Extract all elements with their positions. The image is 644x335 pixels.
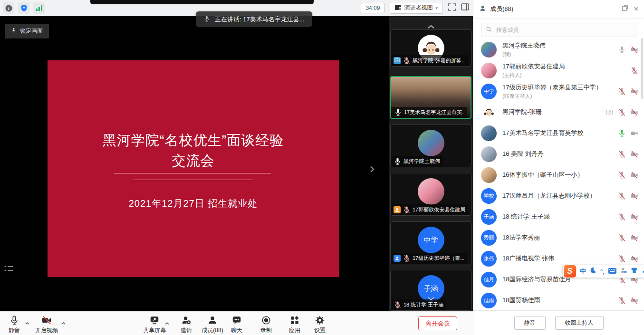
member-search-input[interactable] (495, 26, 632, 34)
avatar: 子涵 (481, 209, 497, 225)
svg-text:10: 10 (625, 271, 626, 273)
meeting-timer: 34:09 (361, 3, 384, 13)
shared-screen-top-strip (90, 0, 314, 4)
member-name: 16 美院 刘丹丹 (502, 150, 618, 158)
participant-name: 17郭丽欣依安县住建局 (413, 206, 465, 213)
skin-shirt-icon[interactable] (631, 267, 638, 276)
bottom-toolbar: 静音 开启视频 共享屏幕 邀请 成员(88) 聊天 录制 (0, 311, 473, 335)
video-thumbnail[interactable]: 黑河学院-张珊的屏幕... (390, 29, 471, 67)
meeting-info-icon[interactable]: i (3, 2, 14, 14)
member-row[interactable]: 16 美院 刘丹丹 (473, 144, 644, 164)
members-label: 成员(88) (202, 326, 223, 335)
member-name: 17美术马名宇龙江县育英学校 (502, 129, 618, 137)
reclaim-host-button[interactable]: 收回主持人 (555, 316, 604, 330)
avatar: 中学 (418, 227, 444, 253)
moon-icon[interactable] (590, 267, 596, 276)
record-button[interactable]: 录制 (252, 315, 280, 335)
ime-punctuation-mode[interactable]: °, (600, 268, 605, 275)
invite-label: 邀请 (181, 326, 192, 335)
member-row[interactable]: 子涵18 统计学 王子涵 (473, 206, 644, 227)
mute-member-button[interactable]: 静音 (514, 316, 546, 330)
member-row[interactable]: 17美术马名宇龙江县育英学校 (473, 123, 644, 144)
lock-view-button[interactable]: 锁定画面 (5, 24, 49, 38)
mic-muted-icon (618, 108, 626, 116)
members-panel-title: 成员(88) (490, 5, 618, 13)
member-row[interactable]: 学校17汉师吕月（龙江县志刚小学校） (473, 185, 644, 206)
apps-button[interactable]: 应用 (280, 315, 309, 335)
avatar (481, 42, 497, 57)
member-row[interactable]: 16体李振中（碾子山区一小） (473, 164, 644, 185)
fullscreen-icon[interactable] (448, 3, 456, 13)
video-thumbnail[interactable]: 17郭丽欣依安县住建局 (390, 173, 471, 216)
member-search-box (481, 23, 636, 37)
thumbnail-label: 黑河学院-张珊的屏幕... (391, 55, 469, 66)
slide-title-line2: 交流会 (48, 152, 339, 171)
leave-meeting-button[interactable]: 离开会议 (418, 316, 457, 330)
camera-off-icon (630, 46, 638, 54)
mic-muted-icon (618, 297, 626, 305)
security-shield-icon[interactable] (18, 2, 29, 14)
apps-label: 应用 (289, 326, 300, 335)
member-role: (主持人) (502, 72, 630, 79)
top-left-icons: i (3, 2, 45, 14)
share-screen-label: 共享屏幕 (143, 326, 166, 335)
video-options-chevron-icon[interactable] (61, 318, 66, 327)
members-scrollbar[interactable] (641, 38, 643, 99)
share-screen-icon (149, 315, 160, 325)
slide-date-line: 2021年12月27日 招生就业处 (48, 197, 339, 210)
video-thumbnail[interactable]: 17美术马名宇龙江县育英... (390, 76, 471, 119)
member-row[interactable]: 秀丽18法学李秀丽 (473, 227, 644, 248)
view-mode-button[interactable]: 演讲者视图 ▾ (390, 2, 443, 14)
camera-off-icon (630, 297, 638, 305)
speaker-view-icon (395, 4, 401, 12)
member-name: 黑河学院王晓伟 (502, 41, 618, 50)
mic-muted-icon (618, 150, 626, 158)
avatar: 秀丽 (481, 230, 497, 246)
close-panel-icon[interactable]: × (634, 5, 638, 13)
network-signal-icon[interactable] (33, 2, 45, 14)
chat-button[interactable]: 聊天 (223, 315, 250, 335)
camera-icon (630, 129, 638, 137)
presentation-stage: 锁定画面 黑河学院“名校优生”面谈经验 交流会 2021年12月27日 招生就业… (0, 16, 389, 311)
members-panel-footer: 静音 收回主持人 (473, 310, 644, 335)
slide-divider-line (114, 173, 271, 173)
settings-button[interactable]: 设置 (306, 315, 334, 335)
wrench-tool-icon[interactable] (642, 267, 644, 276)
member-row[interactable]: 17郭丽欣依安县住建局(主持人) (473, 60, 644, 81)
member-name: 黑河学院-张珊 (502, 108, 606, 116)
avatar: 中学 (481, 84, 497, 99)
popout-panel-icon[interactable] (622, 5, 628, 13)
participant-name: 黑河学院王晓伟 (404, 158, 440, 165)
ime-toolbar: S 中 °, 10 (562, 265, 644, 278)
member-name: 17汉师吕月（龙江县志刚小学校） (502, 191, 618, 200)
apps-grid-icon (289, 315, 300, 325)
next-slide-arrow[interactable]: › (370, 161, 375, 175)
thumbnail-label: 17郭丽欣依安县住建局 (391, 204, 468, 215)
member-row[interactable]: 佳雨18国贸杨佳雨 (473, 290, 644, 310)
search-icon (486, 26, 492, 34)
mic-icon (394, 157, 402, 165)
start-video-button[interactable]: 开启视频 (29, 315, 64, 335)
meeting-window: i 34:09 演讲者视图 ▾ 正在讲话: 17美术马名宇龙江县... 锁定画面… (0, 0, 644, 335)
shared-slide: 黑河学院“名校优生”面谈经验 交流会 2021年12月27日 招生就业处 (48, 60, 339, 277)
share-options-chevron-icon[interactable] (165, 318, 169, 327)
annotation-tools-icon[interactable] (4, 265, 13, 275)
member-row[interactable]: 黑河学院王晓伟(我) (473, 39, 644, 60)
scroll-down-chevron-icon[interactable] (427, 294, 435, 303)
keyboard-icon[interactable] (608, 267, 616, 276)
video-thumbnail[interactable]: 黑河学院王晓伟 (390, 124, 471, 167)
side-panel-toggle-icon[interactable] (461, 3, 469, 12)
scroll-up-chevron-icon[interactable] (427, 22, 435, 30)
microphone-icon (203, 15, 210, 24)
user-lexicon-icon[interactable]: 10 (620, 267, 627, 276)
sogou-logo-icon[interactable]: S (564, 265, 576, 278)
member-row[interactable]: 黑河学院-张珊 (473, 102, 644, 123)
video-thumbnail[interactable]: 子涵18 统计学 王子涵 (390, 270, 471, 311)
member-row[interactable]: 中学17级历史班毕婷（泰来县第三中学）(联席主持人) (473, 81, 644, 102)
members-icon (207, 315, 218, 325)
members-panel: 成员(88) × 黑河学院王晓伟(我)17郭丽欣依安县住建局(主持人)中学17级… (473, 0, 644, 335)
ime-language-mode[interactable]: 中 (580, 267, 586, 276)
video-thumbnail[interactable]: 中学17级历史班毕婷（泰... (390, 221, 471, 264)
mic-icon (618, 129, 626, 137)
mic-options-chevron-icon[interactable] (25, 318, 29, 327)
